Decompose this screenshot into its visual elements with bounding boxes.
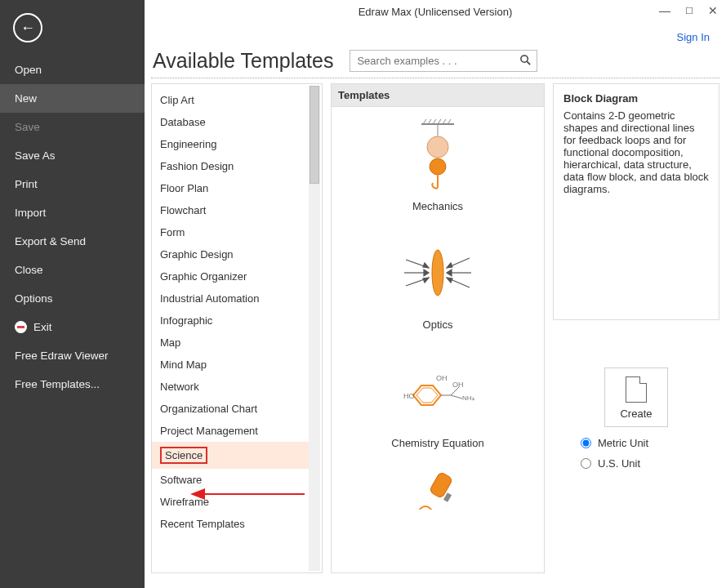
category-item[interactable]: Recent Templates — [152, 513, 309, 535]
category-item[interactable]: Project Management — [152, 420, 309, 442]
arrow-left-icon: ← — [20, 20, 35, 37]
category-item[interactable]: Wireframe — [152, 491, 309, 513]
category-item[interactable]: Engineering — [152, 133, 309, 155]
category-item[interactable]: Infographic — [152, 310, 309, 332]
sign-in-link[interactable]: Sign In — [677, 31, 710, 43]
metric-unit-radio[interactable]: Metric Unit — [581, 437, 648, 449]
window-controls: — ☐ ✕ — [659, 5, 718, 16]
category-item[interactable]: Network — [152, 376, 309, 398]
sidebar-item-label: Free Edraw Viewer — [15, 350, 109, 362]
description-body: Contains 2-D geometric shapes and direct… — [563, 109, 709, 195]
description-title: Block Diagram — [563, 92, 709, 105]
minimize-button[interactable]: — — [659, 5, 670, 16]
svg-point-36 — [419, 506, 432, 510]
us-radio-input[interactable] — [581, 458, 591, 469]
category-item[interactable]: Graphic Design — [152, 243, 309, 265]
svg-marker-26 — [416, 388, 438, 403]
sidebar-item-export-send[interactable]: Export & Send — [0, 227, 145, 256]
category-item[interactable]: Database — [152, 111, 309, 133]
sidebar-item-label: Exit — [33, 321, 52, 333]
svg-marker-25 — [413, 385, 441, 405]
category-item[interactable]: Industrial Automation — [152, 287, 309, 310]
svg-text:OH: OH — [452, 381, 464, 389]
category-item[interactable]: Form — [152, 221, 309, 243]
sidebar-item-options[interactable]: Options — [0, 284, 145, 313]
category-label: Science — [160, 447, 207, 464]
search-box[interactable] — [350, 50, 537, 72]
svg-point-11 — [430, 158, 446, 175]
template-item[interactable]: Optics — [397, 232, 479, 345]
sidebar-item-label: Free Templates... — [15, 378, 100, 390]
right-column: Block Diagram Contains 2-D geometric sha… — [553, 83, 719, 573]
page-icon — [626, 376, 647, 403]
us-unit-radio[interactable]: U.S. Unit — [581, 457, 648, 470]
unit-radios: Metric Unit U.S. Unit — [581, 437, 648, 470]
sidebar-item-label: Options — [15, 292, 53, 305]
sidebar-item-print[interactable]: Print — [0, 170, 145, 198]
search-input[interactable] — [350, 51, 537, 71]
template-label: Optics — [397, 318, 479, 331]
category-item[interactable]: Software — [152, 469, 309, 491]
svg-text:HO: HO — [403, 392, 415, 400]
sidebar-item-new[interactable]: New — [0, 84, 145, 113]
sidebar-item-label: Export & Send — [15, 235, 86, 247]
maximize-button[interactable]: ☐ — [685, 5, 693, 16]
search-icon[interactable] — [519, 54, 532, 69]
template-item[interactable]: Mechanics — [397, 114, 479, 227]
sidebar-item-label: Save — [15, 121, 40, 133]
metric-label: Metric Unit — [598, 437, 648, 449]
sidebar-item-close[interactable]: Close — [0, 256, 145, 284]
svg-marker-14 — [424, 270, 429, 276]
sidebar-item-label: Save As — [15, 149, 56, 162]
sidebar-item-save-as[interactable]: Save As — [0, 141, 145, 170]
create-button[interactable]: Create — [604, 368, 668, 427]
title-bar: Edraw Max (Unlicensed Version) — [145, 0, 726, 23]
chemistry-icon: HO OH OH NH₂ — [397, 350, 479, 432]
svg-marker-22 — [447, 263, 452, 268]
category-item[interactable]: Flowchart — [152, 199, 309, 221]
category-item[interactable]: Science — [152, 442, 309, 469]
sidebar-item-label: Open — [15, 64, 42, 76]
category-item[interactable]: Floor Plan — [152, 177, 309, 199]
svg-point-12 — [432, 250, 443, 296]
backstage-sidebar: ← OpenNewSaveSave AsPrintImportExport & … — [0, 0, 145, 588]
template-item[interactable]: HO OH OH NH₂ Chemistry Equation — [391, 350, 483, 464]
template-item[interactable] — [397, 469, 479, 514]
page-title: Available Templates — [153, 49, 333, 73]
svg-marker-20 — [447, 270, 452, 276]
svg-marker-18 — [423, 278, 429, 283]
category-item[interactable]: Fashion Design — [152, 155, 309, 177]
close-button[interactable]: ✕ — [708, 5, 718, 16]
svg-marker-16 — [423, 263, 429, 268]
sidebar-item-free-edraw-viewer[interactable]: Free Edraw Viewer — [0, 341, 145, 370]
metric-radio-input[interactable] — [581, 438, 591, 448]
microscope-icon — [397, 469, 479, 510]
category-item[interactable]: Organizational Chart — [152, 398, 309, 420]
sidebar-item-label: Print — [15, 178, 38, 190]
exit-icon — [15, 321, 27, 333]
back-button[interactable]: ← — [13, 13, 42, 42]
svg-text:NH₂: NH₂ — [462, 394, 474, 402]
scrollbar-thumb[interactable] — [310, 86, 319, 184]
sidebar-item-open[interactable]: Open — [0, 56, 145, 84]
category-item[interactable]: Graphic Organizer — [152, 265, 309, 287]
svg-point-10 — [427, 136, 448, 158]
templates-column: Templates Mechanics — [331, 83, 545, 573]
template-label: Chemistry Equation — [391, 437, 483, 449]
category-column: Clip ArtDatabaseEngineeringFashion Desig… — [151, 83, 323, 573]
category-item[interactable]: Mind Map — [152, 354, 309, 376]
sidebar-item-label: Close — [15, 264, 43, 276]
sidebar-item-free-templates-[interactable]: Free Templates... — [0, 370, 145, 399]
scrollbar[interactable] — [309, 86, 320, 571]
category-item[interactable]: Map — [152, 332, 309, 354]
sidebar-item-import[interactable]: Import — [0, 198, 145, 227]
sidebar-item-label: New — [15, 92, 37, 105]
description-box: Block Diagram Contains 2-D geometric sha… — [553, 83, 719, 320]
us-label: U.S. Unit — [598, 457, 640, 470]
category-item[interactable]: Clip Art — [152, 89, 309, 111]
svg-text:OH: OH — [436, 374, 448, 382]
sidebar-item-label: Import — [15, 207, 46, 219]
svg-line-33 — [451, 395, 462, 399]
sidebar-item-exit[interactable]: Exit — [0, 313, 145, 341]
optics-icon — [397, 232, 479, 314]
